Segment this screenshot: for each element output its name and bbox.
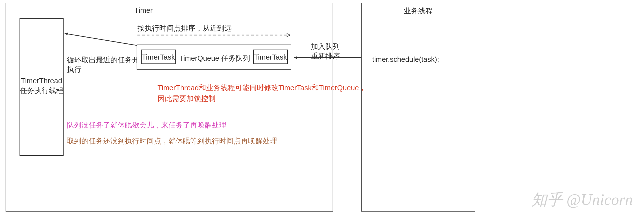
lock-note-line2: 因此需要加锁控制 (158, 94, 216, 104)
timer-title: Timer (127, 6, 160, 15)
sleep-note: 队列没任务了就休眠歇会儿，来任务了再唤醒处理 (67, 120, 226, 130)
timer-queue-title: TimerQueue 任务队列 (173, 53, 256, 63)
business-thread-title: 业务线程 (389, 6, 447, 16)
business-thread-container (361, 3, 475, 212)
wait-note: 取到的任务还没到执行时间点，就休眠等到执行时间点再唤醒处理 (67, 136, 277, 146)
loop-note-line2: 执行 (67, 65, 81, 74)
lock-note-line1: TimerThread和业务线程可能同时修改TimerTask和TimerQue… (158, 83, 366, 93)
add-note-line1: 加入队列 (311, 42, 340, 51)
timer-thread-line1: TimerThread (20, 77, 64, 85)
add-note-line2: 重新排序 (311, 51, 340, 61)
timer-thread-line2: 任务执行线程 (20, 86, 64, 95)
watermark: 知乎 @Unicorn (531, 189, 633, 210)
sort-note: 按执行时间点排序，从近到远 (137, 23, 232, 33)
loop-note-line1: 循环取出最近的任务开始 (67, 55, 147, 65)
business-thread-code: timer.schedule(task); (372, 55, 439, 64)
timer-task-right-label: TimerTask (253, 53, 288, 62)
timer-task-left-label: TimerTask (141, 53, 176, 62)
